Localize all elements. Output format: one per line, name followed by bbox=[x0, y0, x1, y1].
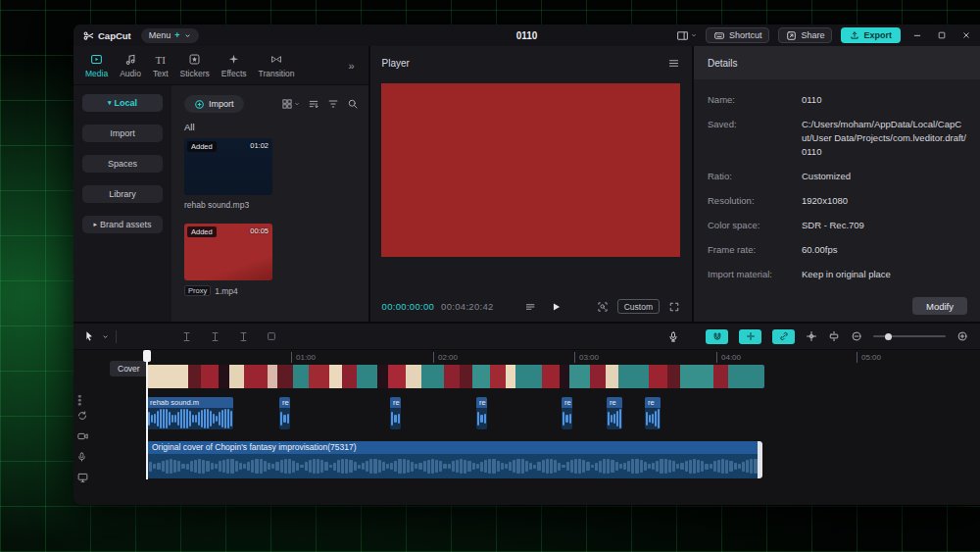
sidebar-item-spaces[interactable]: Spaces bbox=[82, 155, 163, 173]
tab-effects[interactable]: Effects bbox=[220, 53, 249, 78]
video-frame-thumb[interactable] bbox=[229, 365, 245, 388]
link-toggle[interactable] bbox=[772, 329, 795, 344]
audio-clip[interactable]: re bbox=[390, 397, 401, 429]
sidebar-item-local[interactable]: ▾ Local bbox=[82, 94, 163, 112]
video-frame-thumb[interactable] bbox=[342, 365, 358, 388]
more-tabs-chevron[interactable]: » bbox=[342, 59, 360, 73]
filter-button[interactable] bbox=[327, 98, 339, 110]
video-frame-thumb[interactable] bbox=[590, 365, 606, 388]
camera-icon[interactable] bbox=[76, 430, 89, 442]
layout-button[interactable] bbox=[676, 29, 697, 42]
scale-select[interactable]: Custom bbox=[617, 299, 660, 314]
zoom-out-button[interactable] bbox=[851, 330, 862, 342]
trim-end-tool[interactable] bbox=[237, 330, 250, 343]
tab-media[interactable]: Media bbox=[83, 53, 110, 78]
audio-clip[interactable]: re bbox=[476, 397, 487, 429]
video-thumbnail[interactable]: Added 00:05 bbox=[184, 224, 272, 280]
video-frame-thumb[interactable] bbox=[329, 365, 342, 388]
share-button[interactable]: Share bbox=[778, 27, 832, 43]
grid-view-button[interactable] bbox=[281, 98, 300, 110]
video-frame-thumb[interactable] bbox=[309, 365, 329, 388]
video-frame-thumb[interactable] bbox=[201, 365, 219, 388]
video-frame-thumb[interactable] bbox=[606, 365, 618, 388]
video-frame-thumb[interactable] bbox=[188, 365, 201, 388]
maximize-button[interactable] bbox=[934, 30, 950, 40]
slider-knob[interactable] bbox=[885, 333, 892, 340]
shortcut-button[interactable]: Shortcut bbox=[706, 27, 770, 43]
cover-button[interactable]: Cover bbox=[110, 361, 148, 376]
audio-clip[interactable]: re bbox=[562, 397, 572, 429]
video-frame-thumb[interactable] bbox=[277, 365, 293, 388]
video-frame-thumb[interactable] bbox=[444, 365, 460, 388]
video-frame-thumb[interactable] bbox=[147, 365, 188, 388]
audio-clip[interactable]: re bbox=[279, 397, 290, 429]
preview-axis-button[interactable] bbox=[806, 330, 817, 342]
audio-clip[interactable]: rehab sound.m bbox=[147, 397, 233, 429]
audio-thumbnail[interactable]: Added 01:02 bbox=[184, 138, 272, 195]
menu-button[interactable]: Menu + bbox=[141, 28, 199, 43]
import-media-button[interactable]: Import bbox=[184, 95, 244, 113]
video-frame-thumb[interactable] bbox=[728, 365, 764, 388]
mic-icon[interactable] bbox=[76, 451, 89, 463]
play-button[interactable] bbox=[550, 301, 562, 313]
tab-audio[interactable]: Audio bbox=[118, 53, 143, 78]
tab-transition[interactable]: Transition bbox=[257, 53, 297, 78]
video-frame-thumb[interactable] bbox=[268, 365, 277, 388]
video-frame-thumb[interactable] bbox=[377, 365, 387, 388]
track-height-button[interactable] bbox=[828, 330, 840, 342]
video-frame-thumb[interactable] bbox=[649, 365, 666, 388]
voiceover-mic-button[interactable] bbox=[667, 330, 679, 343]
video-frame-thumb[interactable] bbox=[406, 365, 421, 388]
video-frame-thumb[interactable] bbox=[618, 365, 649, 388]
split-tool[interactable] bbox=[209, 330, 221, 343]
video-frame-thumb[interactable] bbox=[506, 365, 515, 388]
video-frame-thumb[interactable] bbox=[490, 365, 506, 388]
video-frame-thumb[interactable] bbox=[357, 365, 377, 388]
close-button[interactable] bbox=[958, 30, 974, 40]
video-frame-thumb[interactable] bbox=[515, 365, 541, 388]
video-frame-thumb[interactable] bbox=[542, 365, 560, 388]
timeline-zoom-slider[interactable] bbox=[873, 330, 946, 342]
tab-text[interactable]: TI Text bbox=[151, 53, 171, 78]
playlist-icon[interactable] bbox=[524, 301, 536, 313]
video-frame-thumb[interactable] bbox=[713, 365, 729, 388]
minimize-button[interactable] bbox=[909, 30, 925, 40]
video-frame-thumb[interactable] bbox=[421, 365, 445, 388]
video-frame-thumb[interactable] bbox=[680, 365, 713, 388]
export-button[interactable]: Export bbox=[841, 27, 901, 43]
video-frame-thumb[interactable] bbox=[293, 365, 309, 388]
fit-zoom-icon[interactable] bbox=[597, 301, 609, 313]
audio-clip[interactable]: re bbox=[645, 397, 661, 429]
video-frame-thumb[interactable] bbox=[460, 365, 472, 388]
sidebar-item-brand-assets[interactable]: ▸ Brand assets bbox=[82, 216, 163, 233]
video-frame-thumb[interactable] bbox=[388, 365, 406, 388]
video-clip-strip[interactable] bbox=[147, 365, 764, 388]
video-frame-thumb[interactable] bbox=[560, 365, 569, 388]
video-preview[interactable] bbox=[381, 83, 680, 257]
player-menu-button[interactable] bbox=[667, 57, 680, 70]
audio-clip[interactable]: re bbox=[607, 397, 622, 429]
video-frame-thumb[interactable] bbox=[667, 365, 680, 388]
freeze-frame-tool[interactable] bbox=[266, 330, 277, 342]
main-track-magnet-toggle[interactable] bbox=[706, 329, 728, 344]
video-frame-thumb[interactable] bbox=[244, 365, 268, 388]
track-options-dots[interactable]: ●●● bbox=[77, 394, 81, 406]
music-clip[interactable]: Original cover of Chopin's fantasy impro… bbox=[147, 441, 762, 478]
monitor-icon[interactable] bbox=[76, 472, 89, 483]
modify-button[interactable]: Modify bbox=[912, 297, 967, 315]
clip-trim-handle[interactable] bbox=[758, 441, 762, 478]
chevron-down-icon[interactable] bbox=[102, 333, 109, 340]
video-frame-thumb[interactable] bbox=[219, 365, 228, 388]
media-item-video[interactable]: Added 00:05 Proxy 1.mp4 bbox=[184, 224, 272, 296]
tab-stickers[interactable]: Stickers bbox=[178, 53, 212, 78]
trim-start-tool[interactable] bbox=[180, 330, 193, 343]
sidebar-item-import[interactable]: Import bbox=[82, 125, 163, 142]
sort-button[interactable] bbox=[308, 98, 319, 110]
video-frame-thumb[interactable] bbox=[569, 365, 590, 388]
auto-snap-toggle[interactable] bbox=[739, 329, 761, 344]
sidebar-item-library[interactable]: Library bbox=[82, 185, 163, 203]
timeline-ruler[interactable]: 01:0002:0003:0004:0005:00 bbox=[74, 350, 980, 365]
search-icon[interactable] bbox=[347, 98, 359, 110]
sync-icon[interactable] bbox=[76, 410, 89, 422]
media-item-audio[interactable]: Added 01:02 rehab sound.mp3 bbox=[184, 138, 272, 210]
